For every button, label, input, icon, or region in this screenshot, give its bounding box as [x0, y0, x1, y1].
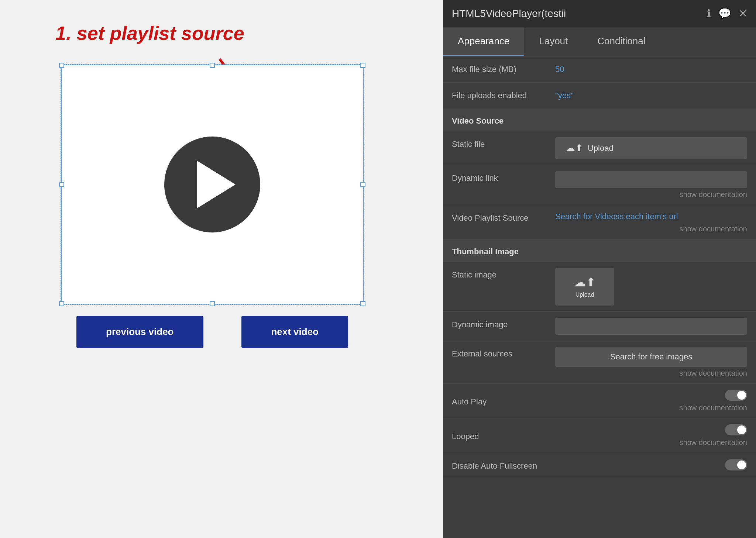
- prop-dynamic-image: Dynamic image: [443, 312, 756, 341]
- value-file-uploads: "yes": [555, 89, 747, 103]
- value-static-image: ☁⬆ Upload: [555, 268, 747, 306]
- label-file-uploads: File uploads enabled: [452, 89, 555, 100]
- tab-appearance[interactable]: Appearance: [443, 27, 524, 56]
- prop-max-file-size: Max file size (MB) 50: [443, 56, 756, 83]
- auto-play-toggle[interactable]: [725, 390, 747, 401]
- label-auto-play: Auto Play: [452, 395, 555, 407]
- dynamic-image-input[interactable]: [555, 318, 747, 335]
- value-external-sources: Search for free images show documentatio…: [555, 347, 747, 377]
- right-panel: HTML5VideoPlayer(testii ℹ 💬 ✕ Appearance…: [443, 0, 756, 538]
- play-triangle-icon: [197, 161, 236, 208]
- label-thumbnail-section: Thumbnail Image: [452, 245, 555, 256]
- handle-bl[interactable]: [59, 301, 64, 306]
- value-dynamic-image: [555, 318, 747, 335]
- handle-tc[interactable]: [210, 63, 215, 68]
- prev-video-button[interactable]: previous video: [76, 316, 203, 348]
- looped-show-doc[interactable]: show documentation: [680, 438, 747, 447]
- handle-bc[interactable]: [210, 301, 215, 306]
- playlist-source-value[interactable]: Search for Videoss:each item's url: [555, 211, 747, 223]
- prop-looped: Looped show documentation: [443, 418, 756, 453]
- section-video-source: Video Source: [443, 109, 756, 131]
- value-dynamic-link: show documentation: [555, 171, 747, 199]
- video-buttons: previous video next video: [62, 316, 363, 348]
- prop-auto-play: Auto Play show documentation: [443, 384, 756, 418]
- handle-tr[interactable]: [360, 63, 365, 68]
- label-video-playlist-source: Video Playlist Source: [452, 211, 555, 223]
- handle-tl[interactable]: [59, 63, 64, 68]
- label-static-file: Static file: [452, 137, 555, 149]
- panel-header: HTML5VideoPlayer(testii ℹ 💬 ✕: [443, 0, 756, 27]
- upload-label: Upload: [588, 144, 614, 153]
- value-static-file: ☁⬆ Upload: [555, 137, 747, 159]
- looped-toggle[interactable]: [725, 424, 747, 435]
- external-sources-show-doc[interactable]: show documentation: [555, 369, 747, 377]
- label-disable-auto-fullscreen: Disable Auto Fullscreen: [452, 459, 555, 471]
- disable-auto-fullscreen-toggle[interactable]: [725, 459, 747, 470]
- tab-conditional[interactable]: Conditional: [583, 27, 660, 56]
- prop-external-sources: External sources Search for free images …: [443, 341, 756, 384]
- label-static-image: Static image: [452, 268, 555, 280]
- next-video-button[interactable]: next video: [241, 316, 348, 348]
- prop-disable-auto-fullscreen: Disable Auto Fullscreen: [443, 453, 756, 477]
- search-free-images-button[interactable]: Search for free images: [555, 347, 747, 367]
- info-icon[interactable]: ℹ: [707, 7, 711, 20]
- panel-icons: ℹ 💬 ✕: [707, 7, 747, 20]
- label-looped: Looped: [452, 430, 555, 441]
- handle-br[interactable]: [360, 301, 365, 306]
- properties-panel: Max file size (MB) 50 File uploads enabl…: [443, 56, 756, 538]
- handle-mr[interactable]: [360, 182, 365, 187]
- tabs: Appearance Layout Conditional: [443, 27, 756, 56]
- label-external-sources: External sources: [452, 347, 555, 359]
- panel-title: HTML5VideoPlayer(testii: [452, 8, 566, 20]
- label-video-source-section: Video Source: [452, 114, 555, 126]
- upload-static-file-button[interactable]: ☁⬆ Upload: [555, 137, 747, 159]
- prop-file-uploads: File uploads enabled "yes": [443, 83, 756, 109]
- annotation-text: 1. set playlist source: [55, 22, 244, 44]
- upload-area-label: Upload: [575, 292, 594, 298]
- tab-layout[interactable]: Layout: [524, 27, 583, 56]
- file-uploads-value: "yes": [555, 89, 747, 103]
- comment-icon[interactable]: 💬: [718, 7, 731, 20]
- label-dynamic-image: Dynamic image: [452, 318, 555, 330]
- play-button[interactable]: [164, 137, 260, 232]
- upload-area-cloud-icon: ☁⬆: [574, 275, 596, 289]
- max-file-size-value: 50: [555, 62, 747, 76]
- prop-video-playlist-source: Video Playlist Source Search for Videoss…: [443, 205, 756, 239]
- label-dynamic-link: Dynamic link: [452, 171, 555, 183]
- section-thumbnail-image: Thumbnail Image: [443, 239, 756, 262]
- auto-play-show-doc[interactable]: show documentation: [680, 404, 747, 412]
- prop-dynamic-link: Dynamic link show documentation: [443, 165, 756, 205]
- upload-cloud-icon: ☁⬆: [566, 142, 583, 154]
- value-video-playlist-source: Search for Videoss:each item's url show …: [555, 211, 747, 233]
- upload-static-image-area[interactable]: ☁⬆ Upload: [555, 268, 614, 306]
- close-icon[interactable]: ✕: [739, 7, 747, 20]
- handle-ml[interactable]: [59, 182, 64, 187]
- canvas-area: 1. set playlist source previous video ne…: [0, 0, 443, 538]
- dynamic-link-input[interactable]: [555, 171, 747, 188]
- label-max-file-size: Max file size (MB): [452, 62, 555, 74]
- playlist-source-show-doc[interactable]: show documentation: [555, 225, 747, 233]
- prop-static-file: Static file ☁⬆ Upload: [443, 131, 756, 165]
- dynamic-link-show-doc[interactable]: show documentation: [555, 190, 747, 199]
- prop-static-image: Static image ☁⬆ Upload: [443, 262, 756, 312]
- value-max-file-size: 50: [555, 62, 747, 76]
- video-widget: previous video next video: [61, 65, 364, 304]
